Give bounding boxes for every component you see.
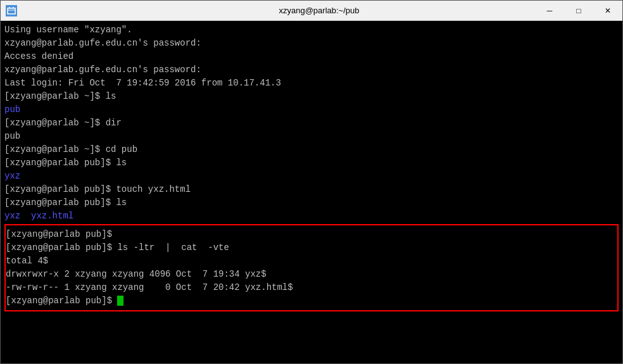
minimize-button[interactable]: ─ xyxy=(535,1,564,21)
terminal-line: [xzyang@parlab ~]$ cd pub xyxy=(4,143,619,156)
terminal-line: Access denied xyxy=(4,50,619,63)
terminal-prompt-line: [xzyang@parlab pub]$ xyxy=(6,294,617,308)
window-title: xzyang@parlab:~/pub xyxy=(21,6,617,15)
terminal-line: [xzyang@parlab pub]$ xyxy=(6,228,617,241)
terminal-line: [xzyang@parlab ~]$ dir xyxy=(4,116,619,130)
close-button[interactable]: ✕ xyxy=(593,1,622,21)
svg-rect-0 xyxy=(8,8,15,14)
terminal-line: xzyang@parlab.gufe.edu.cn's password: xyxy=(4,63,619,77)
terminal-line: pub xyxy=(4,130,619,143)
terminal-line: [xzyang@parlab pub]$ ls -ltr | cat -vte xyxy=(6,241,617,254)
terminal-line: pub xyxy=(4,103,619,116)
terminal-line: Using username "xzyang". xyxy=(4,23,619,37)
window-controls: ─ □ ✕ xyxy=(535,1,622,20)
terminal-line: total 4$ xyxy=(6,254,617,268)
terminal-line: drwxrwxr-x 2 xzyang xzyang 4096 Oct 7 19… xyxy=(6,268,617,281)
terminal-line: [xzyang@parlab ~]$ ls xyxy=(4,90,619,103)
terminal-line: [xzyang@parlab pub]$ touch yxz.html xyxy=(4,183,619,196)
terminal-body[interactable]: Using username "xzyang". xzyang@parlab.g… xyxy=(1,21,622,363)
terminal-line: [xzyang@parlab pub]$ ls xyxy=(4,196,619,210)
terminal-line: yxz yxz.html xyxy=(4,210,619,223)
titlebar: xzyang@parlab:~/pub ─ □ ✕ xyxy=(1,1,622,21)
highlighted-section: [xzyang@parlab pub]$ [xzyang@parlab pub]… xyxy=(4,224,619,311)
window-icon xyxy=(6,5,17,16)
terminal-line: Last login: Fri Oct 7 19:42:59 2016 from… xyxy=(4,77,619,90)
terminal-window: xzyang@parlab:~/pub ─ □ ✕ Using username… xyxy=(0,0,623,364)
terminal-line: xzyang@parlab.gufe.edu.cn's password: xyxy=(4,37,619,50)
terminal-cursor xyxy=(117,296,123,306)
terminal-line: -rw-rw-r-- 1 xzyang xzyang 0 Oct 7 20:42… xyxy=(6,281,617,294)
maximize-button[interactable]: □ xyxy=(564,1,593,21)
terminal-line: yxz xyxy=(4,170,619,183)
terminal-line: [xzyang@parlab pub]$ ls xyxy=(4,156,619,170)
